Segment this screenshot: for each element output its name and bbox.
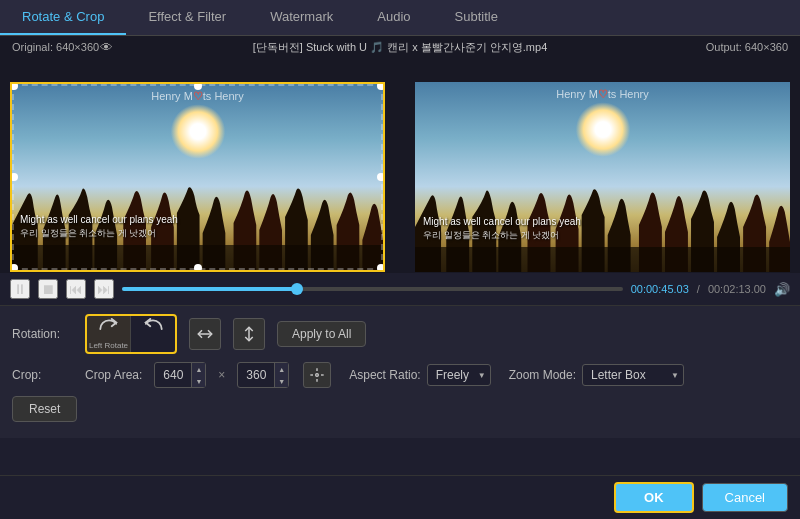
progress-fill [122,287,297,291]
crop-row: Crop: Crop Area: ▲ ▼ × ▲ ▼ [12,362,788,388]
handle-bm[interactable] [194,264,202,272]
zoom-mode-label: Zoom Mode: [509,368,576,382]
aspect-ratio-label: Aspect Ratio: [349,368,420,382]
left-rotate-button[interactable]: Left Rotate [87,316,131,352]
left-rotate-label: Left Rotate [89,341,128,350]
handle-tl[interactable] [10,82,18,90]
file-title: [단독버전] Stuck with U 🎵 캔리 x 볼빨간사준기 안지영.mp… [253,40,548,55]
volume-icon[interactable]: 🔊 [774,282,790,297]
left-video-box: Henry M♡ts Henry Might as well cancel ou… [10,82,385,272]
tab-audio[interactable]: Audio [355,0,432,35]
prev-button[interactable]: ⏮ [66,279,86,299]
progress-thumb[interactable] [291,283,303,295]
sun-right [575,102,630,157]
right-video-bg: Henry M♡ts Henry Might as well cancel ou… [415,82,790,272]
zoom-mode-dropdown-wrap: Letter Box Pan & Scan None [582,364,684,386]
zoom-mode-dropdown[interactable]: Letter Box Pan & Scan None [582,364,684,386]
rotation-group: Left Rotate [85,314,177,354]
playback-bar: ⏸ ⏹ ⏮ ⏭ 00:00:45.03 / 00:02:13.00 🔊 [0,273,800,305]
handle-mr[interactable] [377,173,385,181]
time-separator: / [697,283,700,295]
height-arrows: ▲ ▼ [274,363,288,387]
output-label: Output: 640×360 [706,41,788,53]
width-down[interactable]: ▼ [192,375,205,387]
tab-subtitle[interactable]: Subtitle [433,0,520,35]
time-total: 00:02:13.00 [708,283,766,295]
crop-tools [303,362,331,388]
right-video-wrapper: Henry M♡ts Henry Might as well cancel ou… [415,82,790,269]
handle-br[interactable] [377,264,385,272]
apply-to-all-button[interactable]: Apply to All [277,321,366,347]
watermark-right: Henry M♡ts Henry [556,88,649,101]
zoom-mode-section: Zoom Mode: Letter Box Pan & Scan None [509,364,684,386]
svg-rect-1 [415,247,790,272]
crop-center-button[interactable] [303,362,331,388]
height-input[interactable] [238,368,274,382]
handle-tr[interactable] [377,82,385,90]
original-label: Original: 640×360 [12,41,99,53]
bottom-bar: OK Cancel [0,475,800,519]
width-up[interactable]: ▲ [192,363,205,375]
video-area: Henry M♡ts Henry Might as well cancel ou… [0,58,800,273]
crop-area-label: Crop Area: [85,368,142,382]
tab-watermark[interactable]: Watermark [248,0,355,35]
left-video-wrapper: Henry M♡ts Henry Might as well cancel ou… [10,82,385,269]
controls-area: Rotation: Left Rotate [0,305,800,438]
width-input[interactable] [155,368,191,382]
eye-icon[interactable]: 👁 [100,40,113,55]
handle-bl[interactable] [10,264,18,272]
rotation-row: Rotation: Left Rotate [12,314,788,354]
handle-tm[interactable] [194,82,202,90]
tab-effect-filter[interactable]: Effect & Filter [126,0,248,35]
stop-button[interactable]: ⏹ [38,279,58,299]
aspect-ratio-dropdown[interactable]: Freely 16:9 4:3 1:1 [427,364,491,386]
height-up[interactable]: ▲ [275,363,288,375]
dimension-separator: × [218,368,225,382]
tab-rotate-crop[interactable]: Rotate & Crop [0,0,126,35]
handle-ml[interactable] [10,173,18,181]
height-down[interactable]: ▼ [275,375,288,387]
aspect-ratio-section: Aspect Ratio: Freely 16:9 4:3 1:1 [349,364,490,386]
next-button[interactable]: ⏭ [94,279,114,299]
height-input-group: ▲ ▼ [237,362,289,388]
svg-point-4 [316,374,319,377]
cancel-button[interactable]: Cancel [702,483,788,512]
aspect-ratio-dropdown-wrap: Freely 16:9 4:3 1:1 [427,364,491,386]
time-current: 00:00:45.03 [631,283,689,295]
width-input-group: ▲ ▼ [154,362,206,388]
progress-track[interactable] [122,287,623,291]
right-video-box: Henry M♡ts Henry Might as well cancel ou… [415,82,790,272]
ok-button[interactable]: OK [614,482,694,513]
reset-row: Reset [12,396,788,422]
crop-label: Crop: [12,368,77,382]
play-pause-button[interactable]: ⏸ [10,279,30,299]
crop-overlay[interactable] [12,84,383,270]
width-arrows: ▲ ▼ [191,363,205,387]
header-area: Original: 640×360 👁 [단독버전] Stuck with U … [0,36,800,58]
reset-button[interactable]: Reset [12,396,77,422]
rotation-label: Rotation: [12,327,77,341]
flip-horizontal-button[interactable] [189,318,221,350]
tab-bar: Rotate & Crop Effect & Filter Watermark … [0,0,800,36]
subtitle-right: Might as well cancel our plans yeah 우리 일… [423,215,581,242]
flip-vertical-button[interactable] [233,318,265,350]
right-rotate-button[interactable] [131,316,175,352]
